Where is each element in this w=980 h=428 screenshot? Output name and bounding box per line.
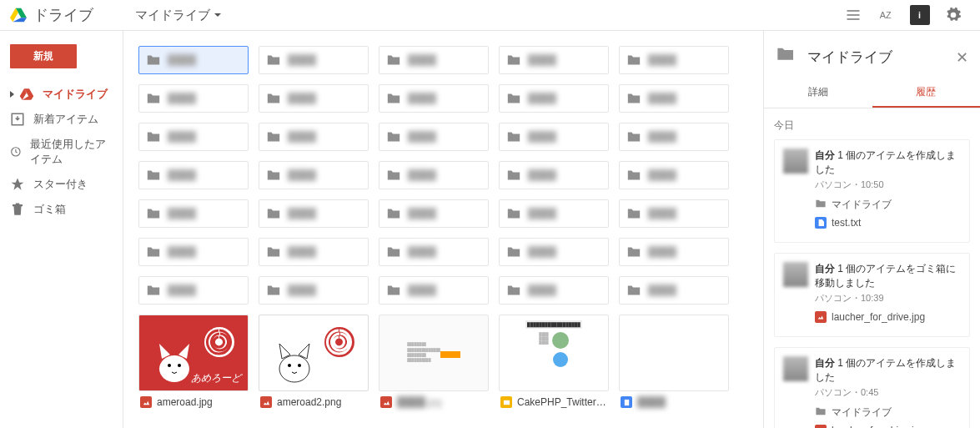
folder-tile[interactable]: ████ — [259, 199, 369, 228]
folder-tile[interactable]: ████ — [259, 161, 369, 189]
folder-tile[interactable]: ████ — [138, 84, 249, 113]
panel-header: マイドライブ ✕ — [764, 31, 980, 78]
folder-icon — [506, 53, 521, 68]
gear-icon[interactable] — [943, 5, 963, 25]
folder-tile[interactable]: ████ — [499, 161, 609, 189]
folder-tile[interactable]: ████ — [138, 199, 249, 228]
folder-tile[interactable]: ████ — [499, 276, 609, 305]
folder-name: ████ — [528, 93, 556, 104]
folder-tile[interactable]: ████ — [499, 199, 609, 228]
list-view-icon[interactable] — [843, 5, 863, 25]
folder-icon — [386, 168, 401, 183]
folder-tile[interactable]: ████ — [499, 238, 609, 266]
folder-icon — [146, 283, 161, 298]
image-file-icon — [815, 311, 827, 323]
folder-tile[interactable]: ████ — [138, 46, 249, 74]
close-icon[interactable]: ✕ — [956, 48, 968, 67]
logo-area: ドライブ — [10, 5, 135, 25]
folder-tile[interactable]: ████ — [499, 46, 609, 74]
file-type-icon — [380, 396, 392, 408]
folder-tile[interactable]: ████ — [619, 46, 729, 74]
sidebar-item-mydrive[interactable]: マイドライブ — [0, 82, 123, 107]
file-tile[interactable]: ameroad2.png — [259, 315, 369, 413]
folder-name: ████ — [408, 93, 436, 104]
detail-panel: マイドライブ ✕ 詳細 履歴 今日 自分 1 個のアイテムを作成しましたパソコン… — [763, 31, 980, 428]
file-tile[interactable]: あめろーどameroad.jpg — [138, 315, 249, 413]
folder-name: ████ — [648, 208, 676, 219]
folder-tile[interactable]: ████ — [619, 276, 729, 305]
folder-tile[interactable]: ████ — [259, 276, 369, 305]
sidebar-item-recent[interactable]: 最近使用したアイテム — [0, 132, 123, 172]
file-tile[interactable]: ████ — [619, 315, 729, 413]
folder-tile[interactable]: ████ — [619, 238, 729, 266]
folder-icon — [626, 53, 641, 68]
folder-icon — [626, 244, 641, 259]
folder-tile[interactable]: ████ — [259, 123, 369, 151]
folder-icon — [506, 91, 521, 106]
folder-name: ████ — [528, 131, 556, 143]
folder-name: ████ — [408, 208, 436, 219]
tab-detail[interactable]: 詳細 — [764, 78, 872, 108]
activity-file[interactable]: laucher_for_drive.jpg — [815, 311, 961, 323]
folder-tile[interactable]: ████ — [499, 84, 609, 113]
day-label: 今日 — [774, 118, 970, 133]
folder-name: ████ — [528, 54, 556, 66]
file-tile[interactable]: ████████████████████████████████████████… — [379, 315, 489, 413]
folder-icon — [386, 283, 401, 298]
info-icon[interactable]: i — [910, 5, 930, 25]
folder-icon — [146, 206, 161, 221]
sidebar-item-incoming[interactable]: 新着アイテム — [0, 107, 123, 132]
folder-tile[interactable]: ████ — [138, 238, 249, 266]
folder-icon — [506, 168, 521, 183]
folder-icon — [266, 206, 281, 221]
tab-history[interactable]: 履歴 — [872, 78, 981, 108]
activity-file[interactable]: test.txt — [815, 217, 961, 229]
activity-file[interactable]: マイドライブ — [815, 198, 961, 212]
folder-tile[interactable]: ████ — [499, 123, 609, 151]
folder-icon — [506, 283, 521, 298]
folder-icon — [386, 53, 401, 68]
folder-icon — [626, 168, 641, 183]
activity-meta: パソコン・10:39 — [815, 292, 961, 305]
panel-title: マイドライブ — [807, 48, 947, 67]
folder-tile[interactable]: ████ — [379, 199, 489, 228]
folder-tile[interactable]: ████ — [379, 238, 489, 266]
folder-tile[interactable]: ████ — [379, 276, 489, 305]
folder-tile[interactable]: ████ — [138, 123, 249, 151]
folder-name: ████ — [168, 131, 196, 143]
folder-tile[interactable]: ████ — [379, 123, 489, 151]
folder-name: ████ — [288, 131, 316, 143]
sort-icon[interactable]: AZ — [877, 5, 897, 25]
folder-tile[interactable]: ████ — [379, 84, 489, 113]
folder-tile[interactable]: ████ — [619, 199, 729, 228]
sidebar-item-starred[interactable]: スター付き — [0, 172, 123, 197]
folder-tile[interactable]: ████ — [619, 84, 729, 113]
folder-icon — [815, 405, 827, 420]
activity-item: 自分 1 個のアイテムを作成しましたパソコン・0:45マイドライブlaucher… — [774, 347, 970, 428]
folder-tile[interactable]: ████ — [259, 238, 369, 266]
folder-tile[interactable]: ████ — [138, 276, 249, 305]
folder-tile[interactable]: ████ — [619, 123, 729, 151]
folder-tile[interactable]: ████ — [379, 46, 489, 74]
folder-tile[interactable]: ████ — [259, 84, 369, 113]
folder-tile[interactable]: ████ — [138, 161, 249, 189]
folder-tile[interactable]: ████ — [259, 46, 369, 74]
activity-file-label: laucher_for_drive.jpg — [832, 311, 925, 323]
sidebar-item-trash[interactable]: ゴミ箱 — [0, 197, 123, 222]
folder-icon — [386, 244, 401, 259]
nav-label: 新着アイテム — [33, 112, 98, 127]
file-tile[interactable]: ██████████████████████████████CakePHP_Tw… — [499, 315, 609, 413]
breadcrumb[interactable]: マイドライブ — [135, 8, 222, 23]
thumbnail: ██████████████████████████████ — [499, 315, 609, 391]
activity-file[interactable]: マイドライブ — [815, 405, 961, 420]
chevron-down-icon — [214, 11, 222, 19]
activity-file[interactable]: laucher_for_drive.jpg — [815, 425, 961, 428]
folder-tile[interactable]: ████ — [379, 161, 489, 189]
file-type-icon — [260, 396, 272, 408]
folder-icon — [386, 129, 401, 144]
thumbnail — [619, 315, 729, 391]
folder-name: ████ — [288, 93, 316, 104]
new-button[interactable]: 新規 — [10, 44, 77, 68]
folder-tile[interactable]: ████ — [619, 161, 729, 189]
file-caption: CakePHP_TwitterA... — [499, 391, 609, 413]
